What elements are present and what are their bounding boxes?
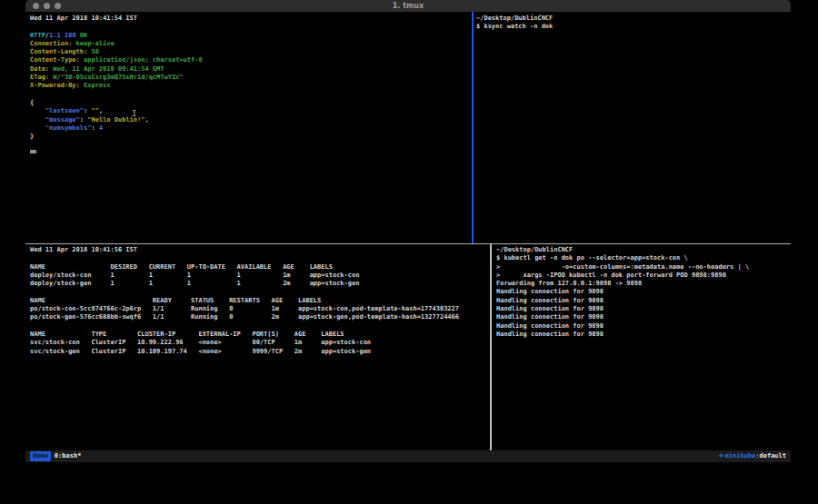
status-bar-right: ☸ minikube : default [719, 450, 786, 462]
window-titlebar: 1. tmux [25, 0, 791, 12]
terminal-line [30, 23, 472, 31]
terminal-line [30, 322, 490, 331]
pane-divider-vertical-top[interactable] [472, 12, 474, 243]
terminal-line: { [30, 99, 472, 107]
terminal-pane-port-forward[interactable]: ~/Desktop/DublinCNCF$ kubectl get -n dok… [492, 244, 791, 450]
terminal-line [30, 288, 490, 296]
terminal-line: Connection: keep-alive [30, 40, 472, 48]
terminal-line: > -o=custom-columns=:metadata.name --no-… [496, 263, 791, 272]
kubernetes-helm-icon: ☸ [719, 450, 723, 462]
terminal-line: po/stock-gen-576cc688bb-swqf6 1/1 Runnin… [30, 313, 490, 321]
terminal-line: ~/Desktop/DublinCNCF [476, 15, 791, 23]
terminal-line: $ kubectl get -n dok po --selector=app=s… [496, 254, 791, 262]
terminal-line: Handling connection for 9898 [496, 331, 791, 339]
terminal-line [30, 254, 490, 262]
terminal-line: HTTP/1.1 200 OK [30, 32, 472, 40]
mouse-text-cursor-icon: I [132, 110, 136, 118]
terminal-line: ETag: W/"38-05coCsrg3mQ75sHr1d/qcMTwYZc" [30, 74, 472, 82]
terminal-line: "numsymbols": 4 [30, 124, 472, 133]
terminal-line: NAME TYPE CLUSTER-IP EXTERNAL-IP PORT(S)… [30, 331, 490, 339]
terminal-line: Handling connection for 9898 [496, 297, 791, 305]
http-response-output: Wed 11 Apr 2018 10:41:54 IST HTTP/1.1 20… [30, 15, 472, 141]
terminal-pane-kubectl-watch[interactable]: Wed 11 Apr 2018 10:41:56 IST NAME DESIRE… [25, 244, 490, 450]
ksync-output: ~/Desktop/DublinCNCF$ ksync watch -n dok [476, 15, 791, 32]
terminal-pane-ksync[interactable]: ~/Desktop/DublinCNCF$ ksync watch -n dok [474, 12, 791, 243]
terminal-line: "lastseen": "", [30, 107, 472, 115]
window-title: 1. tmux [25, 2, 791, 10]
window-tab-bash[interactable]: 0:bash* [55, 450, 82, 462]
terminal-line: svc/stock-gen ClusterIP 10.109.197.74 <n… [30, 348, 490, 356]
terminal-line: "message": "Hello Dublin!", [30, 116, 472, 124]
pane-divider-vertical-bottom[interactable] [490, 244, 492, 450]
terminal-line: Wed 11 Apr 2018 10:41:56 IST [30, 246, 490, 254]
session-name-badge: demo [30, 451, 51, 461]
terminal-line: deploy/stock-con 1 1 1 1 1m app=stock-co… [30, 272, 490, 280]
terminal-line: Forwarding from 127.0.0.1:9898 -> 9898 [496, 280, 791, 288]
terminal-line: } [30, 133, 472, 141]
tmux-status-bar: demo 0:bash* ☸ minikube : default [25, 450, 791, 462]
terminal-line: NAME READY STATUS RESTARTS AGE LABELS [30, 297, 490, 305]
terminal-pane-http-response[interactable]: Wed 11 Apr 2018 10:41:54 IST HTTP/1.1 20… [25, 12, 472, 243]
terminal-line: NAME DESIRED CURRENT UP-TO-DATE AVAILABL… [30, 263, 490, 272]
kube-namespace-label: default [759, 450, 786, 462]
terminal-line: po/stock-con-5cc874766c-2p6rp 1/1 Runnin… [30, 305, 490, 313]
terminal-line: Handling connection for 9898 [496, 322, 791, 331]
terminal-line: svc/stock-con ClusterIP 10.99.222.96 <no… [30, 339, 490, 347]
terminal-line: Handling connection for 9898 [496, 288, 791, 296]
terminal-line: Wed 11 Apr 2018 10:41:54 IST [30, 15, 472, 23]
terminal-line: Content-Length: 56 [30, 48, 472, 56]
terminal-line [30, 91, 472, 99]
terminal-line: ~/Desktop/DublinCNCF [496, 246, 791, 254]
terminal-line: Date: Wed, 11 Apr 2018 09:41:54 GMT [30, 65, 472, 74]
kubectl-watch-output: Wed 11 Apr 2018 10:41:56 IST NAME DESIRE… [30, 246, 490, 356]
pane-divider-horizontal[interactable] [25, 243, 791, 244]
terminal-line: deploy/stock-gen 1 1 1 1 2m app=stock-ge… [30, 280, 490, 288]
desktop: 1. tmux Wed 11 Apr 2018 10:41:54 IST HTT… [0, 0, 818, 504]
terminal-line: > xargs -IPOD kubectl -n dok port-forwar… [496, 272, 791, 280]
terminal-line: $ ksync watch -n dok [476, 23, 791, 31]
terminal-cursor [30, 150, 36, 153]
terminal-line: X-Powered-By: Express [30, 82, 472, 90]
kube-context-label: minikube [725, 450, 756, 462]
terminal-line: Handling connection for 9898 [496, 305, 791, 313]
terminal-line: Content-Type: application/json; charset=… [30, 56, 472, 64]
terminal-line: Handling connection for 9898 [496, 313, 791, 321]
status-bar-left: demo 0:bash* [30, 450, 81, 462]
port-forward-output: ~/Desktop/DublinCNCF$ kubectl get -n dok… [496, 246, 791, 339]
